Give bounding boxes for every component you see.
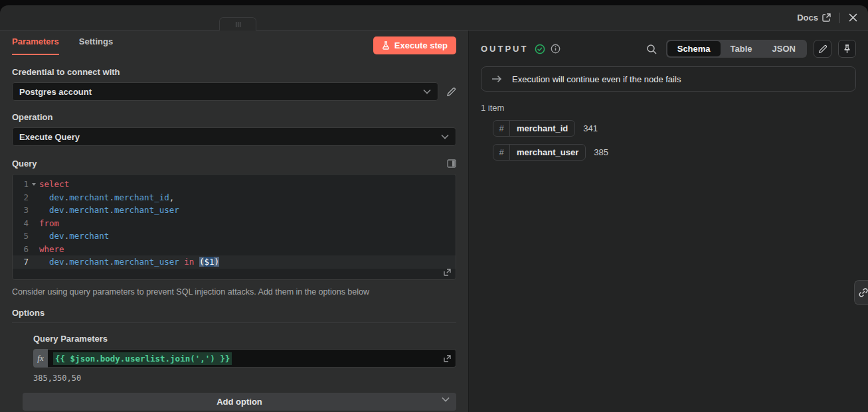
notice-text: Execution will continue even if the node… [512, 74, 681, 84]
search-icon[interactable] [646, 44, 657, 54]
parameters-panel: ParametersSettings Execute step Credenti… [0, 31, 469, 412]
left-tabs: ParametersSettings [12, 36, 113, 55]
sql-line: 6where [13, 243, 456, 256]
sql-line: 5 dev.merchant [13, 230, 456, 243]
items-count: 1 item [481, 103, 856, 113]
schema-field-list: #merchant_id341#merchant_user385 [493, 120, 856, 161]
tab-parameters[interactable]: Parameters [12, 36, 59, 55]
field-name: merchant_user [510, 147, 585, 157]
info-circle-icon[interactable] [551, 44, 561, 54]
execute-step-label: Execute step [394, 40, 448, 50]
output-tab-table[interactable]: Table [721, 41, 762, 56]
number-type-icon: # [493, 145, 510, 160]
chevron-down-icon [442, 397, 450, 402]
execute-step-button[interactable]: Execute step [373, 36, 456, 54]
output-view-tabs: SchemaTableJSON [666, 40, 807, 58]
success-check-icon [535, 44, 545, 54]
credential-label: Credential to connect with [12, 67, 456, 77]
output-tab-schema[interactable]: Schema [667, 41, 721, 56]
sql-line: 1select [13, 178, 456, 191]
credential-select[interactable]: Postgres account [12, 82, 438, 101]
field-value: 385 [594, 147, 608, 157]
options-label: Options [12, 308, 456, 323]
chevron-down-icon [441, 134, 449, 139]
edit-credential-pencil-icon[interactable] [446, 87, 456, 97]
sql-editor-lines: 1select2 dev.merchant.merchant_id,3 dev.… [13, 178, 456, 269]
sql-line: 3 dev.merchant.merchant_user [13, 204, 456, 217]
floating-link-button[interactable] [854, 280, 868, 305]
credential-value: Postgres account [19, 87, 423, 97]
sql-editor[interactable]: 1select2 dev.merchant.merchant_id,3 dev.… [12, 174, 456, 280]
header-divider [839, 13, 840, 23]
expand-editor-icon[interactable] [443, 267, 452, 277]
field-name: merchant_id [510, 123, 574, 133]
sql-line: 4from [13, 217, 456, 230]
docs-label: Docs [797, 13, 818, 23]
schema-field-row[interactable]: #merchant_id341 [493, 120, 856, 137]
operation-value: Execute Query [19, 132, 441, 142]
number-type-icon: # [493, 121, 510, 136]
fx-badge: fx [33, 349, 48, 368]
continue-on-fail-notice: Execution will continue even if the node… [481, 66, 856, 92]
output-tab-json[interactable]: JSON [762, 41, 806, 56]
close-icon[interactable] [849, 13, 857, 22]
output-panel: OUTPUT SchemaTableJSON [469, 31, 868, 412]
tab-settings[interactable]: Settings [79, 36, 113, 55]
panel-drag-handle[interactable] [219, 17, 256, 31]
expression-value: {{ $json.body.userlist.join(',') }} [53, 352, 232, 365]
query-label: Query [12, 159, 37, 169]
operation-label: Operation [12, 112, 456, 122]
chevron-down-icon [423, 89, 431, 94]
add-option-button[interactable]: Add option [23, 393, 456, 411]
edit-output-pencil-icon[interactable] [814, 40, 831, 58]
field-value: 341 [583, 123, 598, 133]
query-parameters-label: Query Parameters [33, 334, 456, 344]
expression-result-preview: 385,350,50 [33, 374, 456, 383]
sql-line: 7 dev.merchant.merchant_user in ($1) [13, 255, 456, 269]
sql-injection-hint: Consider using query parameters to preve… [12, 287, 456, 297]
pin-data-icon[interactable] [838, 40, 856, 58]
operation-select[interactable]: Execute Query [12, 127, 456, 146]
external-link-icon [822, 13, 831, 22]
expand-expression-icon[interactable] [443, 354, 452, 363]
node-details-modal: Docs ParametersSettings Execute step Cre [0, 5, 868, 412]
docs-link[interactable]: Docs [797, 13, 831, 23]
schema-field-row[interactable]: #merchant_user385 [493, 144, 856, 161]
sql-line: 2 dev.merchant.merchant_id, [13, 191, 456, 204]
output-title: OUTPUT [481, 44, 528, 54]
modal-header: Docs [0, 5, 868, 31]
arrow-right-icon [491, 75, 502, 83]
flask-icon [382, 41, 390, 50]
query-parameters-expression-input[interactable]: {{ $json.body.userlist.join(',') }} [48, 349, 456, 368]
add-option-label: Add option [217, 397, 262, 407]
link-icon [858, 287, 868, 298]
side-by-side-view-icon[interactable] [447, 159, 456, 168]
